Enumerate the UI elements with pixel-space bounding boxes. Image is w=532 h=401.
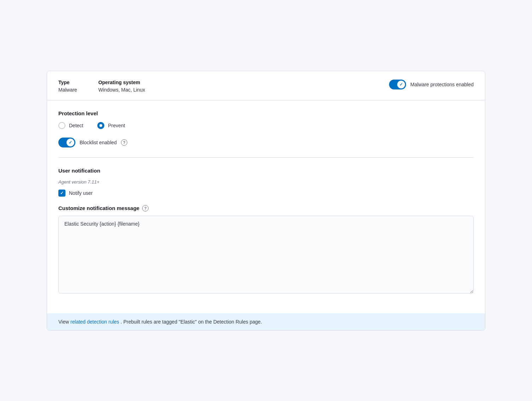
- prevent-radio-label: Prevent: [108, 123, 125, 128]
- blocklist-toggle[interactable]: ✓: [58, 138, 75, 147]
- related-detection-rules-link[interactable]: related detection rules: [70, 319, 119, 325]
- notify-user-checkbox-row[interactable]: ✓ Notify user: [58, 190, 474, 197]
- malware-toggle-label: Malware protections enabled: [410, 82, 474, 87]
- header-row: Type Malware Operating system Windows, M…: [47, 71, 485, 100]
- user-notification-section: User notification Agent version 7.11+ ✓ …: [58, 168, 474, 197]
- info-banner: View related detection rules . Prebuilt …: [47, 313, 485, 330]
- customize-title-row: Customize notification message ?: [58, 205, 474, 211]
- detect-radio-circle: [58, 122, 65, 129]
- toggle-checkmark: ✓: [399, 82, 403, 87]
- customize-title-text: Customize notification message: [58, 205, 139, 211]
- blocklist-help-icon[interactable]: ?: [121, 139, 127, 146]
- os-label: Operating system: [98, 80, 145, 85]
- protection-level-title: Protection level: [58, 110, 474, 116]
- prevent-radio-circle: [97, 122, 104, 129]
- notify-user-label: Notify user: [69, 190, 93, 196]
- customize-notification-section: Customize notification message ? Elastic…: [58, 205, 474, 295]
- type-value: Malware: [58, 87, 77, 93]
- malware-toggle[interactable]: ✓: [389, 80, 406, 89]
- agent-version-text: Agent version 7.11+: [58, 179, 474, 185]
- header-left: Type Malware Operating system Windows, M…: [58, 80, 145, 93]
- detect-radio-label: Detect: [69, 123, 83, 128]
- toggle-track: ✓: [389, 80, 406, 89]
- protection-level-section: Protection level Detect Prevent: [58, 110, 474, 129]
- type-field: Type Malware: [58, 80, 77, 93]
- notification-message-textarea[interactable]: Elastic Security {action} {filename}: [58, 216, 474, 294]
- detect-radio[interactable]: Detect: [58, 122, 83, 129]
- type-label: Type: [58, 80, 77, 85]
- radio-group: Detect Prevent: [58, 122, 474, 129]
- settings-card: Type Malware Operating system Windows, M…: [47, 71, 485, 331]
- customize-help-icon[interactable]: ?: [142, 205, 149, 211]
- blocklist-toggle-row: ✓ Blocklist enabled ?: [58, 138, 474, 147]
- main-content: Protection level Detect Prevent ✓: [47, 100, 485, 313]
- blocklist-toggle-thumb: ✓: [66, 139, 74, 146]
- user-notification-title: User notification: [58, 168, 474, 174]
- notify-user-checkbox: ✓: [58, 190, 65, 197]
- blocklist-toggle-track: ✓: [58, 138, 75, 147]
- blocklist-label: Blocklist enabled: [80, 140, 117, 145]
- blocklist-toggle-checkmark: ✓: [69, 140, 72, 145]
- malware-toggle-container: ✓ Malware protections enabled: [389, 80, 474, 89]
- os-value: Windows, Mac, Linux: [98, 87, 145, 93]
- section-divider: [58, 157, 474, 158]
- info-suffix: . Prebuilt rules are tagged "Elastic" on…: [121, 319, 262, 325]
- prevent-radio[interactable]: Prevent: [97, 122, 125, 129]
- os-field: Operating system Windows, Mac, Linux: [98, 80, 145, 93]
- toggle-thumb: ✓: [397, 81, 405, 88]
- info-prefix: View: [58, 319, 69, 325]
- checkbox-checkmark: ✓: [60, 191, 64, 195]
